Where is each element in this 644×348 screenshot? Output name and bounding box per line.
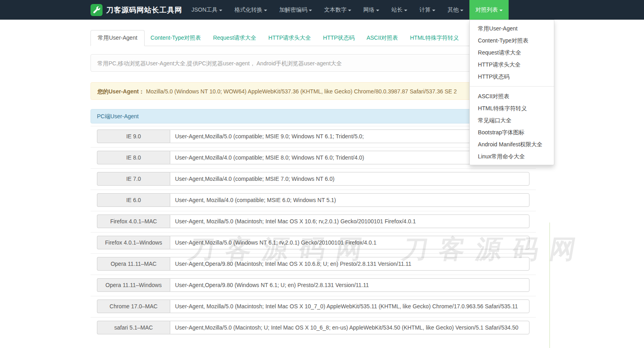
site-title: 刀客源码网站长工具网 [106, 5, 182, 15]
tab-content-type-table[interactable]: Content-Type对照表 [145, 30, 207, 46]
browser-label: IE 6.0 [97, 193, 170, 207]
reference-lists-dropdown: 常用User-Agent Content-Type对照表 Request请求大全… [469, 20, 554, 165]
list-item: Firefox 4.0.1–MAC [91, 211, 536, 232]
tab-common-user-agent[interactable]: 常用User-Agent [91, 30, 145, 46]
nav-item-webmaster[interactable]: 站长 [385, 0, 413, 20]
nav-item-label: 对照列表 [475, 6, 498, 14]
nav-item-network[interactable]: 网络 [357, 0, 385, 20]
nav-item-label: JSON工具 [191, 6, 217, 14]
browser-label: Opera 11.11–Windows [97, 278, 170, 292]
dropdown-item-ascii-table[interactable]: ASCII对照表 [470, 90, 554, 102]
browser-label: IE 7.0 [97, 172, 170, 186]
nav-item-label: 其他 [447, 6, 459, 14]
chevron-down-icon [219, 10, 222, 11]
dropdown-item-content-type-table[interactable]: Content-Type对照表 [470, 34, 554, 47]
dropdown-item-http-headers[interactable]: HTTP请求头大全 [470, 59, 554, 71]
nav-item-label: 计算 [419, 6, 431, 14]
tab-html-escape[interactable]: HTML特殊字符转义 [404, 30, 465, 46]
nav-item-other[interactable]: 其他 [441, 0, 469, 20]
pc-user-agent-panel-title: PC端User-Agent [91, 109, 536, 123]
divider [549, 223, 550, 348]
browser-label: Firefox 4.0.1–MAC [97, 214, 170, 228]
tab-request-collection[interactable]: Request请求大全 [207, 30, 262, 46]
chevron-down-icon [264, 10, 267, 11]
browser-label: Opera 11.11–MAC [97, 257, 170, 271]
dropdown-item-linux-commands[interactable]: Linux常用命令大全 [470, 150, 554, 162]
chevron-down-icon [309, 10, 312, 11]
browser-label: IE 8.0 [97, 151, 170, 164]
your-user-agent-alert: 您的User-Agent：Mozilla/5.0 (Windows NT 10.… [91, 82, 536, 100]
chevron-down-icon [404, 10, 407, 11]
dropdown-divider [470, 86, 554, 87]
user-agent-input[interactable] [170, 214, 529, 228]
nav-item-reference-lists[interactable]: 对照列表 常用User-Agent Content-Type对照表 Reques… [469, 0, 509, 20]
dropdown-item-http-status-codes[interactable]: HTTP状态码 [470, 71, 554, 83]
list-item: IE 8.0 [91, 147, 536, 168]
nav-item-encrypt-encode[interactable]: 加解密编码 [273, 0, 318, 20]
browser-label: IE 9.0 [97, 129, 170, 143]
browser-label: safari 5.1–MAC [97, 321, 170, 334]
dropdown-item-bootstrap-icons[interactable]: Bootstrap字体图标 [470, 126, 554, 138]
chevron-down-icon [499, 10, 503, 11]
brand-link[interactable]: 刀客源码网站长工具网 [91, 0, 182, 20]
list-item: IE 9.0 [91, 126, 536, 147]
nav-item-label: 加解密编码 [279, 6, 307, 14]
user-agent-input[interactable] [170, 299, 529, 313]
your-user-agent-label: 您的User-Agent： [97, 88, 144, 95]
chevron-down-icon [432, 10, 435, 11]
user-agent-input[interactable] [170, 193, 529, 207]
tab-ascii-table[interactable]: ASCII对照表 [360, 30, 404, 46]
main-nav: JSON工具 格式化转换 加解密编码 文本数字 网络 站长 计算 其他 对照列表… [185, 0, 509, 20]
list-item: IE 7.0 [91, 168, 536, 190]
nav-item-label: 站长 [391, 6, 402, 14]
dropdown-item-android-manifest-permissions[interactable]: Android Manifest权限大全 [470, 138, 554, 150]
nav-item-label: 格式化转换 [234, 6, 262, 14]
wrench-logo-icon [91, 4, 103, 16]
nav-item-text-number[interactable]: 文本数字 [318, 0, 357, 20]
dropdown-item-common-user-agent[interactable]: 常用User-Agent [470, 22, 554, 34]
chevron-down-icon [348, 10, 351, 11]
main-content: 常用User-Agent Content-Type对照表 Request请求大全… [91, 30, 536, 338]
user-agent-list: IE 9.0 IE 8.0 IE 7.0 IE 6.0 Fire [91, 126, 536, 338]
dropdown-item-html-escape[interactable]: HTML特殊字符转义 [470, 102, 554, 114]
dropdown-item-request-collection[interactable]: Request请求大全 [470, 47, 554, 59]
nav-item-json-tools[interactable]: JSON工具 [185, 0, 228, 20]
user-agent-input[interactable] [170, 278, 529, 292]
top-navbar: 刀客源码网站长工具网 JSON工具 格式化转换 加解密编码 文本数字 网络 站长… [0, 0, 644, 20]
user-agent-input[interactable] [170, 257, 529, 271]
browser-label: Chrome 17.0–MAC [97, 299, 170, 313]
nav-item-label: 文本数字 [324, 6, 346, 14]
list-item: Opera 11.11–MAC [91, 253, 536, 275]
user-agent-input[interactable] [170, 172, 529, 186]
your-user-agent-value: Mozilla/5.0 (Windows NT 10.0; WOW64) App… [146, 88, 457, 95]
browser-label: Firefox 4.0.1–Windows [97, 236, 170, 249]
intro-alert: 常用PC,移动浏览器User-Agent大全,提供PC浏览器user-agent… [91, 54, 536, 72]
nav-item-calculate[interactable]: 计算 [413, 0, 441, 20]
user-agent-input[interactable] [170, 321, 529, 334]
user-agent-input[interactable] [170, 236, 529, 249]
tab-bar: 常用User-Agent Content-Type对照表 Request请求大全… [91, 30, 536, 46]
list-item: Chrome 17.0–MAC [91, 296, 536, 317]
chevron-down-icon [460, 10, 463, 11]
list-item: IE 6.0 [91, 190, 536, 211]
nav-item-format-convert[interactable]: 格式化转换 [228, 0, 273, 20]
tab-http-headers[interactable]: HTTP请求头大全 [262, 30, 317, 46]
list-item: Firefox 4.0.1–Windows [91, 232, 536, 253]
list-item: Opera 11.11–Windows [91, 275, 536, 296]
dropdown-item-common-ports[interactable]: 常见端口大全 [470, 114, 554, 126]
list-item: safari 5.1–MAC [91, 317, 536, 338]
nav-item-label: 网络 [363, 6, 374, 14]
tab-http-status-codes[interactable]: HTTP状态码 [317, 30, 361, 46]
chevron-down-icon [376, 10, 379, 11]
